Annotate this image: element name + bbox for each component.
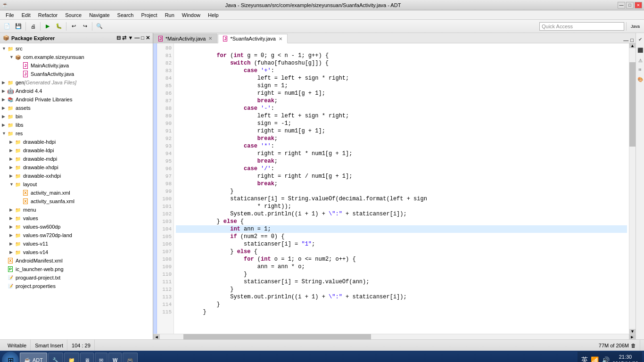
menu-search[interactable]: Search: [114, 11, 138, 19]
scroll-down-button[interactable]: ▼: [629, 329, 636, 334]
minimize-panel-button[interactable]: —: [134, 35, 140, 41]
tree-item-layout[interactable]: ▼layout: [0, 180, 153, 189]
tree-arrow-values[interactable]: ▶: [9, 216, 14, 221]
tree-arrow-drawable-xhdpi[interactable]: ▶: [9, 165, 14, 170]
tree-arrow-drawable-ldpi[interactable]: ▶: [9, 148, 14, 153]
tree-item-drawable-hdpi[interactable]: ▶drawable-hdpi: [0, 138, 153, 146]
tree-arrow-res[interactable]: ▼: [2, 131, 7, 136]
tree-item-values-v11[interactable]: ▶values-v11: [0, 239, 153, 248]
tree-item-mainactivity[interactable]: JMainActivity.java: [0, 61, 153, 70]
tree-item-drawable-xxhdpi[interactable]: ▶drawable-xxhdpi: [0, 172, 153, 180]
scroll-up-button[interactable]: ▲: [629, 43, 636, 48]
tree-item-activity_suanfa_xml[interactable]: Xactivity_suanfa.xml: [0, 197, 153, 206]
editor-scrollbar[interactable]: ▲ ▼: [629, 43, 636, 334]
tree-item-values-sw720dp-land[interactable]: ▶values-sw720dp-land: [0, 231, 153, 239]
tree-arrow-values-sw720dp-land[interactable]: ▶: [9, 233, 14, 238]
search-toolbar-button[interactable]: 🔍: [94, 21, 105, 32]
tree-item-gen[interactable]: ▶gen [Generated Java Files]: [0, 78, 153, 87]
tab-mainactivity[interactable]: J *MainActivity.java ✕: [153, 33, 217, 43]
tab-suanfaactivity-close[interactable]: ✕: [279, 36, 282, 41]
network-icon[interactable]: 📶: [591, 356, 599, 362]
code-content[interactable]: for (int g = 0; g < n - 1; g++) { switch…: [174, 43, 629, 334]
tree-item-menu[interactable]: ▶menu: [0, 206, 153, 214]
tree-arrow-gen[interactable]: ▶: [2, 80, 7, 85]
tree-arrow-src[interactable]: ▼: [2, 46, 7, 51]
perspective-button[interactable]: Java: [628, 21, 642, 32]
tab-mainactivity-close[interactable]: ✕: [208, 36, 212, 41]
tree-item-src[interactable]: ▼src: [0, 44, 153, 53]
tree-arrow-android44[interactable]: ▶: [2, 89, 7, 93]
redo-button[interactable]: ↪: [80, 21, 90, 32]
taskbar-btn-4[interactable]: 🖥: [80, 353, 94, 362]
tree-arrow-com[interactable]: ▼: [9, 55, 14, 59]
save-button[interactable]: 💾: [13, 21, 24, 32]
menu-project[interactable]: Project: [137, 11, 161, 19]
tree-arrow-values-v14[interactable]: ▶: [9, 250, 14, 255]
sougou-icon[interactable]: 英: [581, 356, 588, 362]
tree-arrow-bin[interactable]: ▶: [2, 114, 7, 119]
tree-arrow-drawable-hdpi[interactable]: ▶: [9, 140, 14, 144]
menu-source[interactable]: Source: [61, 11, 85, 19]
tab-max-button[interactable]: □: [630, 37, 634, 43]
tree-arrow-values-v11[interactable]: ▶: [9, 241, 14, 246]
clock[interactable]: 21:30 2015/11/20: [612, 354, 638, 362]
tree-item-com[interactable]: ▼📦com.example.sizeyunsuan: [0, 53, 153, 61]
collapse-all-button[interactable]: ⊟: [116, 35, 121, 41]
taskbar-btn-2[interactable]: 🔧: [48, 353, 63, 362]
volume-icon[interactable]: 🔊: [602, 356, 610, 362]
scroll-right-button[interactable]: ►: [629, 334, 636, 339]
h-scroll-thumb[interactable]: [183, 334, 371, 339]
tree-item-private_libs[interactable]: ▶📚Android Private Libraries: [0, 95, 153, 104]
problems-icon[interactable]: ⚠: [636, 56, 644, 65]
taskbar-btn-5[interactable]: ✉: [95, 353, 107, 362]
maximize-panel-button[interactable]: □: [141, 35, 144, 41]
tree-arrow-values-sw600dp[interactable]: ▶: [9, 224, 14, 229]
tree-item-drawable-mdpi[interactable]: ▶drawable-mdpi: [0, 155, 153, 163]
menu-window[interactable]: Window: [178, 11, 204, 19]
tab-suanfaactivity[interactable]: J *SuanfaActivity.java ✕: [218, 34, 287, 43]
task-list-icon[interactable]: ✔: [636, 35, 644, 44]
tree-item-assets[interactable]: ▶assets: [0, 104, 153, 112]
tree-item-values-sw600dp[interactable]: ▶values-sw600dp: [0, 222, 153, 231]
menu-refactor[interactable]: Refactor: [34, 11, 62, 19]
tree-arrow-layout[interactable]: ▼: [9, 182, 14, 187]
tree-arrow-private_libs[interactable]: ▶: [2, 97, 7, 102]
tab-min-button[interactable]: —: [623, 37, 628, 43]
tree-item-android44[interactable]: ▶🤖Android 4.4: [0, 87, 153, 95]
undo-button[interactable]: ↩: [68, 21, 79, 32]
taskbar-btn-6[interactable]: W: [108, 353, 122, 362]
tree-item-values[interactable]: ▶values: [0, 214, 153, 222]
tree-item-suanfaactivity[interactable]: JSuanfaActivity.java: [0, 70, 153, 78]
menu-run[interactable]: Run: [161, 11, 178, 19]
debug-button[interactable]: 🐛: [54, 21, 64, 32]
tree-item-values-v14[interactable]: ▶values-v14: [0, 248, 153, 256]
palette-icon[interactable]: 🎨: [636, 74, 644, 84]
taskbar-adt-button[interactable]: ☕ ADT: [20, 353, 47, 362]
gc-icon[interactable]: 🗑: [631, 343, 636, 348]
view-menu-button[interactable]: ▼: [128, 35, 133, 41]
print-button[interactable]: 🖨: [28, 21, 38, 32]
tree-item-drawable-ldpi[interactable]: ▶drawable-ldpi: [0, 146, 153, 155]
tree-item-drawable-xhdpi[interactable]: ▶drawable-xhdpi: [0, 163, 153, 172]
menu-edit[interactable]: Edit: [18, 11, 34, 19]
tree-arrow-assets[interactable]: ▶: [2, 106, 7, 110]
tree-arrow-drawable-mdpi[interactable]: ▶: [9, 156, 14, 161]
outline-icon[interactable]: ≡: [636, 66, 644, 73]
menu-help[interactable]: Help: [204, 11, 223, 19]
console-icon[interactable]: ⬛: [636, 45, 644, 55]
start-button[interactable]: ⊞: [2, 352, 19, 362]
tree-item-res[interactable]: ▼res: [0, 129, 153, 138]
close-button[interactable]: ✕: [635, 2, 642, 8]
tree-item-proj_props[interactable]: 📝project.properties: [0, 282, 153, 290]
tree-item-ic_launcher[interactable]: Pic_launcher-web.png: [0, 265, 153, 273]
tree-item-proguard[interactable]: 📝proguard-project.txt: [0, 273, 153, 282]
run-button[interactable]: ▶: [42, 21, 53, 32]
maximize-button[interactable]: □: [626, 2, 634, 8]
tree-item-activity_main_xml[interactable]: Xactivity_main.xml: [0, 189, 153, 197]
tree-arrow-drawable-xxhdpi[interactable]: ▶: [9, 173, 14, 178]
menu-navigate[interactable]: Navigate: [85, 11, 113, 19]
minimize-button[interactable]: —: [618, 2, 625, 8]
scroll-left-button[interactable]: ◄: [153, 334, 160, 339]
quick-access-box[interactable]: Quick Access: [539, 22, 624, 31]
tree-item-androidmanifest[interactable]: XAndroidManifest.xml: [0, 256, 153, 265]
